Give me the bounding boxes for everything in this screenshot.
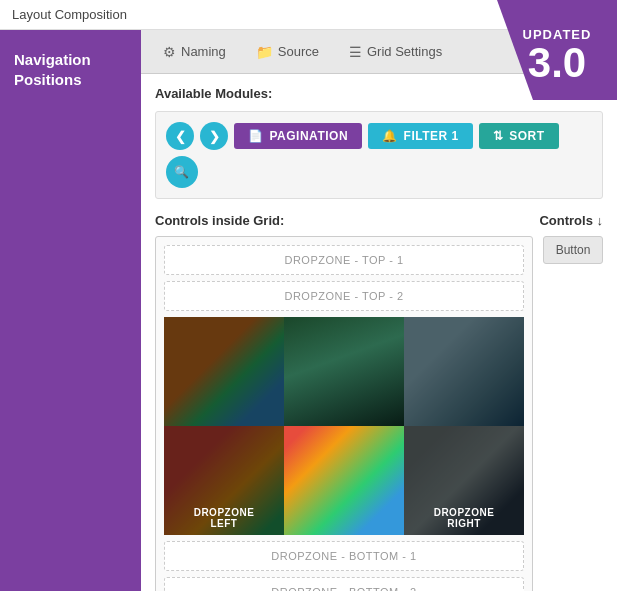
dropzone-right[interactable]: DROPZONE RIGHT bbox=[404, 317, 524, 535]
folder-icon: 📁 bbox=[256, 44, 273, 60]
dropzone-left[interactable]: DROPZONE LEFT bbox=[164, 317, 284, 535]
badge-version: 3.0 bbox=[528, 42, 586, 84]
search-button[interactable]: 🔍 bbox=[166, 156, 198, 188]
modules-row: ❮ ❯ 📄 PAGINATION 🔔 FILTER 1 ⇅ SORT 🔍 bbox=[155, 111, 603, 199]
gear-icon: ⚙ bbox=[163, 44, 176, 60]
sidebar-item-navigation-positions[interactable]: Navigation Positions bbox=[14, 50, 127, 89]
tab-source[interactable]: 📁 Source bbox=[244, 38, 331, 66]
tab-naming-label: Naming bbox=[181, 44, 226, 59]
dropzone-top-2[interactable]: DROPZONE - TOP - 2 bbox=[164, 281, 524, 311]
image-colorful bbox=[284, 426, 404, 535]
menu-icon: ☰ bbox=[349, 44, 362, 60]
sidebar: Navigation Positions bbox=[0, 30, 141, 591]
tab-grid-settings[interactable]: ☰ Grid Settings bbox=[337, 38, 454, 66]
filter1-button[interactable]: 🔔 FILTER 1 bbox=[368, 123, 473, 149]
tab-source-label: Source bbox=[278, 44, 319, 59]
sort-icon: ⇅ bbox=[493, 129, 504, 143]
grid-section-header: Controls inside Grid: Controls ↓ bbox=[155, 213, 603, 228]
sort-button[interactable]: ⇅ SORT bbox=[479, 123, 559, 149]
image-forest bbox=[284, 317, 404, 426]
content-body: Available Modules: ❮ ❯ 📄 PAGINATION 🔔 FI… bbox=[141, 74, 617, 591]
grid-area: DROPZONE - TOP - 1 DROPZONE - TOP - 2 bbox=[155, 236, 603, 591]
dropzone-top-1[interactable]: DROPZONE - TOP - 1 bbox=[164, 245, 524, 275]
app-title: Layout Composition bbox=[12, 7, 127, 22]
controls-side: Button bbox=[543, 236, 603, 591]
dropzone-bottom-1[interactable]: DROPZONE - BOTTOM - 1 bbox=[164, 541, 524, 571]
pagination-button[interactable]: 📄 PAGINATION bbox=[234, 123, 362, 149]
filter1-label: FILTER 1 bbox=[404, 129, 459, 143]
image-grid: DROPZONE LEFT DROPZONE RIGHT bbox=[164, 317, 524, 535]
prev-button[interactable]: ❮ bbox=[166, 122, 194, 150]
next-button[interactable]: ❯ bbox=[200, 122, 228, 150]
sort-label: SORT bbox=[509, 129, 544, 143]
content-area: ⚙ Naming 📁 Source ☰ Grid Settings Availa… bbox=[141, 30, 617, 591]
dropzone-container: DROPZONE - TOP - 1 DROPZONE - TOP - 2 bbox=[155, 236, 533, 591]
pagination-label: PAGINATION bbox=[270, 129, 349, 143]
pagination-icon: 📄 bbox=[248, 129, 264, 143]
side-button[interactable]: Button bbox=[543, 236, 603, 264]
main-layout: Navigation Positions ⚙ Naming 📁 Source ☰… bbox=[0, 30, 617, 591]
dropzone-bottom-2[interactable]: DROPZONE - BOTTOM - 2 bbox=[164, 577, 524, 591]
filter-icon: 🔔 bbox=[382, 129, 398, 143]
tab-grid-settings-label: Grid Settings bbox=[367, 44, 442, 59]
controls-inside-label: Controls inside Grid: bbox=[155, 213, 284, 228]
tab-naming[interactable]: ⚙ Naming bbox=[151, 38, 238, 66]
controls-outside-label: Controls ↓ bbox=[539, 213, 603, 228]
search-icon: 🔍 bbox=[174, 165, 190, 179]
